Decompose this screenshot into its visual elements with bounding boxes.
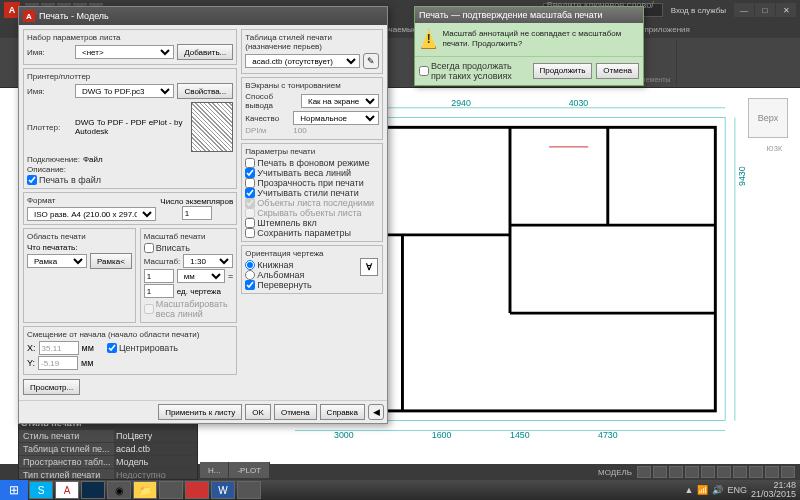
- svg-text:3000: 3000: [334, 430, 354, 440]
- scale-paper-input[interactable]: [144, 269, 174, 283]
- svg-text:4030: 4030: [569, 98, 589, 108]
- plot-options-group: Параметры печати Печать в фоновом режиме…: [241, 143, 383, 242]
- confirm-message: Масштаб аннотаций не совпадает с масштаб…: [442, 29, 637, 50]
- plot-area-select[interactable]: Рамка: [27, 254, 87, 268]
- center-check[interactable]: [107, 343, 117, 353]
- taskbar-explorer-icon[interactable]: 📁: [133, 481, 157, 499]
- fit-check[interactable]: [144, 243, 154, 253]
- status-icon[interactable]: [653, 466, 667, 478]
- dialog-titlebar[interactable]: AПечать - Модель: [19, 7, 387, 25]
- expand-button[interactable]: ◀: [368, 404, 384, 420]
- tray-icon[interactable]: ▲: [685, 485, 694, 495]
- status-icon[interactable]: [637, 466, 651, 478]
- tray-network-icon[interactable]: 📶: [697, 485, 708, 495]
- taskbar-chrome-icon[interactable]: ◉: [107, 481, 131, 499]
- scale-select[interactable]: 1:30: [183, 254, 233, 268]
- orientation-group: Ориентация чертежа Книжная Альбомная Пер…: [241, 245, 383, 294]
- status-icon[interactable]: [765, 466, 779, 478]
- status-icon[interactable]: [701, 466, 715, 478]
- print-to-file-check[interactable]: [27, 175, 37, 185]
- confirm-cancel-button[interactable]: Отмена: [596, 63, 639, 79]
- minimize-button[interactable]: —: [734, 3, 754, 17]
- scale-lw-check: [144, 304, 154, 314]
- orient-preview-icon: ∀: [360, 258, 378, 276]
- print-dialog: AПечать - Модель Набор параметров листа …: [18, 6, 388, 424]
- prop-value: Недоступно: [114, 469, 197, 480]
- svg-text:4730: 4730: [598, 430, 618, 440]
- app-icon: A: [23, 10, 35, 22]
- taskbar-app-icon[interactable]: [237, 481, 261, 499]
- status-icon[interactable]: [717, 466, 731, 478]
- preview-button[interactable]: Просмотр...: [23, 379, 80, 395]
- taskbar-word-icon[interactable]: W: [211, 481, 235, 499]
- window-pick-button[interactable]: Рамка<: [90, 253, 132, 269]
- continue-button[interactable]: Продолжить: [533, 63, 593, 79]
- warning-icon: !: [421, 29, 436, 49]
- confirm-dialog: Печать — подтверждение масштаба печати !…: [414, 6, 644, 86]
- portrait-radio[interactable]: [245, 260, 255, 270]
- start-button[interactable]: ⊞: [0, 480, 28, 500]
- offset-y-input: [38, 356, 78, 370]
- taskbar: ⊞ S A ◉ 📁 W ▲ 📶 🔊 ENG 21:4821/03/2015: [0, 480, 800, 500]
- cancel-button[interactable]: Отмена: [274, 404, 317, 420]
- quality-select[interactable]: Нормальное: [293, 111, 379, 125]
- file-tab[interactable]: -PLOT: [229, 462, 270, 478]
- prop-value[interactable]: Модель: [114, 456, 197, 468]
- apply-layout-button[interactable]: Применить к листу: [158, 404, 242, 420]
- style-table-group: Таблица стилей печати (назначение перьев…: [241, 29, 383, 74]
- scale-unit-select[interactable]: мм: [177, 269, 225, 283]
- dialog-title: Печать - Модель: [39, 11, 109, 21]
- style-edit-button[interactable]: ✎: [363, 53, 379, 69]
- signin-link[interactable]: Вход в службы: [671, 6, 726, 15]
- tray-lang[interactable]: ENG: [727, 485, 747, 495]
- opt-trans-check[interactable]: [245, 178, 255, 188]
- printer-select[interactable]: DWG To PDF.pc3: [75, 84, 174, 98]
- opt-bg-check[interactable]: [245, 158, 255, 168]
- paper-preview-icon: [191, 102, 233, 152]
- landscape-radio[interactable]: [245, 270, 255, 280]
- status-icon[interactable]: [685, 466, 699, 478]
- opt-hide-check: [245, 208, 255, 218]
- prop-value[interactable]: ПоЦвету: [114, 430, 197, 442]
- taskbar-autocad-icon[interactable]: A: [55, 481, 79, 499]
- taskbar-app-icon[interactable]: [159, 481, 183, 499]
- svg-text:1600: 1600: [432, 430, 452, 440]
- printer-group: Принтер/плоттер Имя:DWG To PDF.pc3Свойст…: [23, 68, 237, 189]
- file-tab[interactable]: Н...: [200, 462, 229, 478]
- taskbar-photoshop-icon[interactable]: [81, 481, 105, 499]
- upside-check[interactable]: [245, 280, 255, 290]
- prop-value[interactable]: acad.ctb: [114, 443, 197, 455]
- status-icon[interactable]: [781, 466, 795, 478]
- status-icon[interactable]: [733, 466, 747, 478]
- paper-size-select[interactable]: ISO разв. A4 (210.00 x 297.00 мм): [27, 207, 156, 221]
- shade-mode-select[interactable]: Как на экране: [301, 94, 379, 108]
- copies-input[interactable]: [182, 206, 212, 220]
- page-setup-select[interactable]: <нет>: [75, 45, 174, 59]
- printer-props-button[interactable]: Свойства...: [177, 83, 233, 99]
- confirm-titlebar[interactable]: Печать — подтверждение масштаба печати: [415, 7, 643, 23]
- opt-save-check[interactable]: [245, 228, 255, 238]
- opt-stamp-check[interactable]: [245, 218, 255, 228]
- opt-lw-check[interactable]: [245, 168, 255, 178]
- style-table-select[interactable]: acad.ctb (отсутствует): [245, 54, 360, 68]
- status-icon[interactable]: [749, 466, 763, 478]
- taskbar-skype-icon[interactable]: S: [29, 481, 53, 499]
- maximize-button[interactable]: □: [755, 3, 775, 17]
- scale-drawing-input[interactable]: [144, 284, 174, 298]
- add-pageset-button[interactable]: Добавить...: [177, 44, 233, 60]
- tray-volume-icon[interactable]: 🔊: [712, 485, 723, 495]
- viewcube[interactable]: Верх: [748, 98, 788, 138]
- nav-compass[interactable]: ЮЗК: [767, 145, 782, 152]
- close-button[interactable]: ✕: [776, 3, 796, 17]
- ok-button[interactable]: OK: [245, 404, 271, 420]
- tray-clock[interactable]: 21:4821/03/2015: [751, 481, 796, 499]
- taskbar-pdf-icon[interactable]: [185, 481, 209, 499]
- offset-x-input: [39, 341, 79, 355]
- always-continue-check[interactable]: [419, 66, 429, 76]
- status-icon[interactable]: [669, 466, 683, 478]
- help-button[interactable]: Справка: [320, 404, 365, 420]
- opt-styles-check[interactable]: [245, 188, 255, 198]
- plot-area-group: Область печати Что печатать: РамкаРамка<: [23, 228, 136, 323]
- model-space-label[interactable]: МОДЕЛЬ: [598, 468, 632, 477]
- file-tabs: Н... -PLOT: [200, 462, 270, 478]
